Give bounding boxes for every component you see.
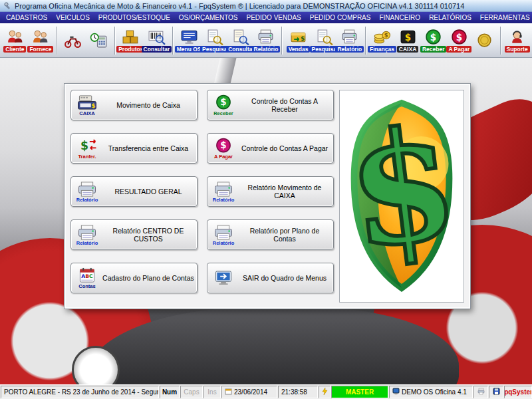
- toolbar-separator: [365, 27, 366, 55]
- toolbar-button-caixa[interactable]: $ CAIXA: [395, 27, 421, 54]
- movimento-caixa-button[interactable]: $ CAIXA Movimento de Caixa: [70, 90, 198, 120]
- coin-gold-icon: [475, 32, 493, 49]
- menu-produtos-estoque[interactable]: PRODUTOS/ESTOQUE: [98, 14, 170, 21]
- toolbar-label: Consulta: [226, 46, 254, 53]
- cash-icon: $: [399, 29, 417, 45]
- toolbar-button-moedas[interactable]: [472, 31, 498, 50]
- menu-pedido-vendas[interactable]: PEDIDO VENDAS: [247, 14, 301, 21]
- title-bar: Programa Oficina Mecânica de Moto & Fina…: [0, 0, 532, 12]
- toolbar-separator: [500, 27, 501, 55]
- transfer-icon: $ Tranfer.: [74, 138, 100, 160]
- contas-a-pagar-button[interactable]: $ A Pagar Controle do Contas A Pagar: [207, 133, 334, 164]
- transferencia-caixa-button[interactable]: $ Tranfer. Transferencia entre Caixa: [70, 133, 198, 164]
- toolbar-button-produtos[interactable]: Produtos: [118, 27, 144, 54]
- button-label: Movimento de Caixa: [102, 101, 194, 109]
- status-location: PORTO ALEGRE - RS 23 de Junho de 2014 - …: [1, 386, 159, 398]
- button-label: Cadastro do Plano de Contas: [102, 274, 194, 282]
- button-caption: Relatório: [76, 198, 98, 203]
- status-power-icon-segment: [319, 386, 331, 398]
- dollar-green-icon: $: [424, 29, 442, 45]
- bolt-icon: [321, 388, 329, 396]
- button-caption: Relatório: [213, 241, 235, 246]
- toolbar-button-a-pagar[interactable]: $ A Pagar: [446, 27, 472, 54]
- support-icon: [508, 29, 526, 45]
- button-label: Controle do Contas A Pagar: [239, 144, 331, 152]
- svg-text:$: $: [430, 31, 436, 42]
- contas-a-receber-button[interactable]: $ Receber Controle do Contas A Receber: [207, 90, 334, 120]
- status-app-name: DEMO OS Oficina 4.1: [389, 386, 473, 398]
- svg-text:$: $: [220, 97, 226, 107]
- svg-text:$: $: [220, 140, 226, 150]
- toolbar: Cliente Fornece Produtos Consultar Menu …: [0, 23, 532, 58]
- menu-relatorios[interactable]: RELATÓRIOS: [429, 14, 471, 21]
- status-disk-segment: [489, 386, 503, 398]
- sales-icon: $: [289, 29, 307, 45]
- relatorio-centro-custos-button[interactable]: Relatório Relatório CENTRO DE CUSTOS: [70, 219, 198, 250]
- toolbar-label: Fornece: [27, 46, 53, 53]
- toolbar-button-consulta-os[interactable]: Consulta: [227, 27, 253, 54]
- toolbar-label: CAIXA: [397, 46, 418, 53]
- supplier-icon: [31, 29, 49, 45]
- toolbar-separator: [172, 27, 174, 55]
- toolbar-button-pesquisa-vendas[interactable]: Pesquisa: [311, 27, 337, 54]
- toolbar-button-relatorio-vendas[interactable]: Relatório: [337, 27, 363, 54]
- relatorio-plano-contas-button[interactable]: Relatório Relatório por Plano de Contas: [207, 219, 334, 250]
- printer-icon: [477, 388, 485, 396]
- toolbar-button-motos[interactable]: [60, 31, 86, 50]
- toolbar-label: Pesquisa: [310, 46, 338, 53]
- toolbar-label: Produtos: [116, 46, 145, 53]
- status-bar: PORTO ALEGRE - RS 23 de Junho de 2014 - …: [0, 384, 532, 399]
- svg-text:$: $: [301, 35, 305, 42]
- button-label: Controle do Contas A Receber: [239, 97, 331, 113]
- toolbar-separator: [114, 27, 116, 55]
- menu-cadastros[interactable]: CADASTROS: [6, 14, 47, 21]
- button-label: RESULTADO GERAL: [102, 188, 194, 196]
- menu-veiculos[interactable]: VEICULOS: [56, 14, 90, 21]
- relatorio-movimento-caixa-button[interactable]: Relatório Relatório Movimento de CAIXA: [207, 176, 334, 207]
- toolbar-button-fornece[interactable]: Fornece: [28, 27, 54, 54]
- status-user: MASTER: [331, 386, 388, 398]
- button-label: SAIR do Quadro de Menus: [239, 274, 331, 282]
- toolbar-button-calculadora[interactable]: [86, 31, 112, 50]
- toolbar-label: Suporte: [505, 46, 530, 53]
- search-doc-icon: [315, 29, 333, 45]
- monitor-icon: [392, 388, 400, 396]
- button-label: Transferencia entre Caixa: [102, 144, 194, 152]
- toolbar-button-suporte[interactable]: Suporte: [504, 27, 530, 54]
- toolbar-button-vendas[interactable]: $ Vendas: [285, 27, 311, 54]
- dollar-magenta-icon: $ A Pagar: [210, 138, 237, 160]
- resultado-geral-button[interactable]: Relatório RESULTADO GERAL: [70, 176, 198, 207]
- toolbar-button-cliente[interactable]: Cliente: [2, 27, 28, 54]
- menu-pedido-compras[interactable]: PEDIDO COMPRAS: [310, 14, 371, 21]
- menu-bar: CADASTROS VEICULOS PRODUTOS/ESTOQUE OS/O…: [0, 12, 532, 23]
- toolbar-label: A Pagar: [446, 46, 471, 53]
- main-area: $ CAIXA Movimento de Caixa $ Receber Con…: [0, 58, 532, 384]
- button-caption: Relatório: [76, 241, 98, 246]
- toolbar-separator: [281, 27, 283, 55]
- menu-os-orcamentos[interactable]: OS/ORÇAMENTOS: [179, 14, 238, 21]
- toolbar-button-receber[interactable]: $ Receber: [420, 27, 446, 54]
- search-doc-icon: [205, 29, 223, 45]
- menu-ferramentas[interactable]: FERRAMENTAS: [480, 14, 530, 21]
- toolbar-label: Consultar: [142, 46, 172, 53]
- toolbar-button-menu-os[interactable]: Menu OS: [176, 27, 202, 54]
- dollar-green-icon: $ Receber: [210, 94, 237, 116]
- sair-menu-button[interactable]: SAIR do Quadro de Menus: [207, 263, 334, 293]
- button-label: Relatório por Plano de Contas: [239, 227, 331, 243]
- toolbar-button-pesquisa-os[interactable]: Pesquisa: [201, 27, 227, 54]
- dollar-shield-image: $: [339, 90, 464, 303]
- coins-icon: $: [373, 29, 391, 45]
- exit-monitor-icon: [210, 270, 237, 287]
- toolbar-label: Receber: [420, 46, 447, 53]
- toolbar-label: Menu OS: [175, 46, 203, 53]
- toolbar-separator: [56, 27, 57, 55]
- toolbar-button-relatorio-os[interactable]: Relatório: [253, 27, 279, 54]
- cash-register-icon: $ CAIXA: [74, 94, 100, 116]
- barcode-search-icon: [148, 29, 166, 45]
- cadastro-plano-contas-button[interactable]: ABC Contas Cadastro do Plano de Contas: [70, 263, 198, 293]
- menu-financeiro[interactable]: FINANCEIRO: [379, 14, 420, 21]
- toolbar-button-consultar[interactable]: Consultar: [144, 27, 170, 54]
- toolbar-button-financas[interactable]: $ Finanças: [369, 27, 395, 54]
- button-label: Relatório CENTRO DE CUSTOS: [102, 227, 194, 243]
- svg-text:$: $: [456, 31, 462, 42]
